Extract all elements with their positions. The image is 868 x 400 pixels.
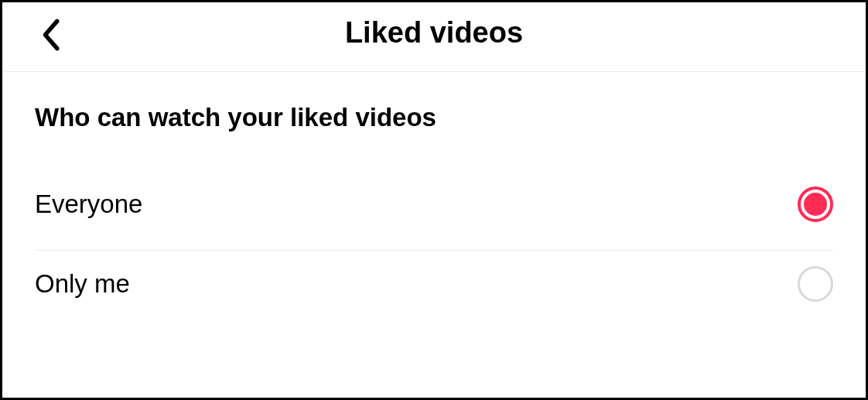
back-button[interactable] [39, 18, 61, 52]
option-only-me[interactable]: Only me [35, 251, 833, 330]
content: Who can watch your liked videos Everyone… [2, 72, 866, 330]
header: Liked videos [2, 2, 866, 72]
page-title: Liked videos [33, 16, 835, 50]
radio-unselected-icon [798, 266, 833, 302]
chevron-left-icon [39, 18, 61, 52]
option-everyone[interactable]: Everyone [35, 171, 833, 251]
section-heading: Who can watch your liked videos [35, 103, 833, 132]
option-label: Everyone [35, 190, 142, 219]
option-label: Only me [35, 269, 130, 299]
radio-selected-icon [798, 186, 833, 222]
